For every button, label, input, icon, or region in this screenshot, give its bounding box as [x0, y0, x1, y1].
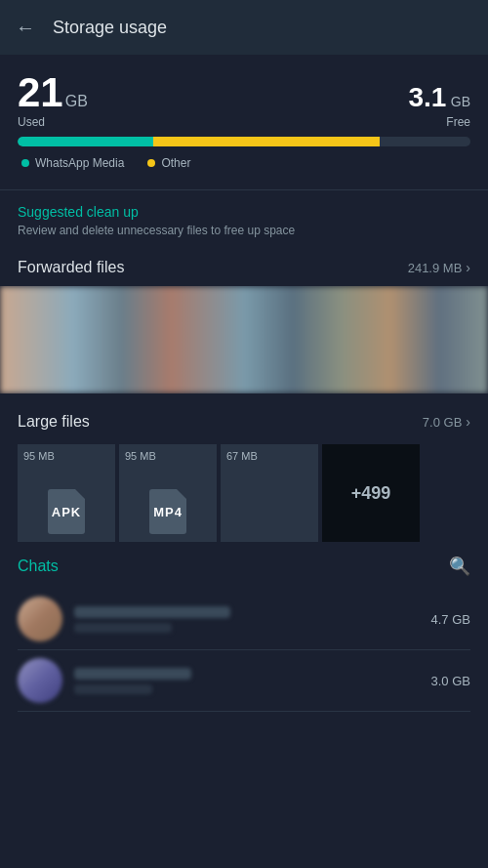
chat-avatar [18, 658, 62, 703]
legend-other-label: Other [161, 156, 190, 170]
forwarded-images [0, 286, 488, 393]
large-files-chevron-icon: › [466, 414, 470, 430]
apk-file-icon: APK [48, 489, 85, 534]
forwarded-size-value: 241.9 MB [408, 261, 463, 275]
more-files-count: +499 [351, 483, 391, 504]
chats-header: Chats 🔍 [18, 556, 470, 577]
chat-name-blur [74, 606, 230, 618]
storage-used-block: 21 GB Used [18, 72, 88, 129]
legend-whatsapp-label: WhatsApp Media [35, 156, 124, 170]
file-thumb-generic[interactable]: 67 MB [221, 444, 318, 542]
large-files-header[interactable]: Large files 7.0 GB › [0, 401, 488, 440]
mp4-file-icon: MP4 [149, 489, 186, 534]
whatsapp-dot [21, 159, 29, 167]
used-unit: GB [65, 93, 88, 110]
storage-info: 21 GB Used 3.1 GB Free WhatsApp Media Ot… [0, 55, 488, 180]
free-label: Free [408, 115, 470, 129]
generic-size-label: 67 MB [226, 450, 258, 462]
large-files-size-value: 7.0 GB [423, 415, 462, 430]
legend-whatsapp: WhatsApp Media [21, 156, 124, 170]
progress-other [153, 137, 380, 146]
chat-info [74, 668, 431, 694]
suggested-title: Suggested clean up [18, 204, 470, 220]
chat-info [74, 606, 431, 633]
back-button[interactable]: ← [16, 17, 35, 39]
forwarded-image-strip[interactable] [0, 286, 488, 393]
chat-name-blur [74, 668, 191, 680]
forwarded-files-title: Forwarded files [18, 259, 124, 276]
chat-item[interactable]: 4.7 GB [18, 589, 470, 650]
apk-label: APK [52, 505, 81, 519]
chat-sub-blur [74, 684, 152, 694]
mp4-label: MP4 [153, 505, 183, 519]
suggested-section: Suggested clean up Review and delete unn… [0, 190, 488, 247]
forwarded-files-section: Forwarded files 241.9 MB › [0, 247, 488, 393]
mp4-size-label: 95 MB [125, 450, 156, 462]
used-number: 21 [18, 72, 63, 113]
other-dot [147, 159, 155, 167]
chat-avatar [18, 597, 62, 641]
storage-progress-bar [18, 137, 470, 146]
legend-other: Other [147, 156, 190, 170]
large-files-section: Large files 7.0 GB › 95 MB APK 95 MB MP4… [0, 401, 488, 542]
free-unit: GB [451, 94, 470, 109]
storage-legend: WhatsApp Media Other [18, 156, 470, 170]
storage-used-value: 21 GB [18, 72, 88, 113]
suggested-description: Review and delete unnecessary files to f… [18, 224, 470, 237]
progress-whatsapp [18, 137, 153, 146]
page-title: Storage usage [53, 18, 167, 38]
file-thumb-mp4[interactable]: 95 MB MP4 [119, 444, 217, 542]
large-files-title: Large files [18, 413, 90, 431]
forwarded-chevron-icon: › [466, 260, 470, 275]
chats-title: Chats [18, 558, 59, 575]
chat-size: 3.0 GB [431, 674, 470, 688]
forwarded-files-size: 241.9 MB › [408, 260, 470, 275]
storage-numbers: 21 GB Used 3.1 GB Free [18, 72, 470, 129]
generic-file-icon [249, 485, 290, 534]
chat-sub-blur [74, 623, 172, 633]
apk-size-label: 95 MB [23, 450, 55, 462]
free-number: 3.1 [408, 82, 446, 112]
header: ← Storage usage [0, 0, 488, 55]
more-files-thumb[interactable]: +499 [322, 444, 420, 542]
storage-free-block: 3.1 GB Free [408, 82, 470, 129]
large-files-grid: 95 MB APK 95 MB MP4 67 MB +499 [0, 444, 488, 542]
large-files-size: 7.0 GB › [423, 414, 470, 430]
chat-item[interactable]: 3.0 GB [18, 650, 470, 712]
chats-section: Chats 🔍 4.7 GB 3.0 GB [0, 542, 488, 712]
chats-search-icon[interactable]: 🔍 [449, 556, 470, 577]
used-label: Used [18, 115, 88, 129]
chat-size: 4.7 GB [431, 612, 470, 627]
file-thumb-apk[interactable]: 95 MB APK [18, 444, 115, 542]
forwarded-files-header[interactable]: Forwarded files 241.9 MB › [0, 247, 488, 286]
